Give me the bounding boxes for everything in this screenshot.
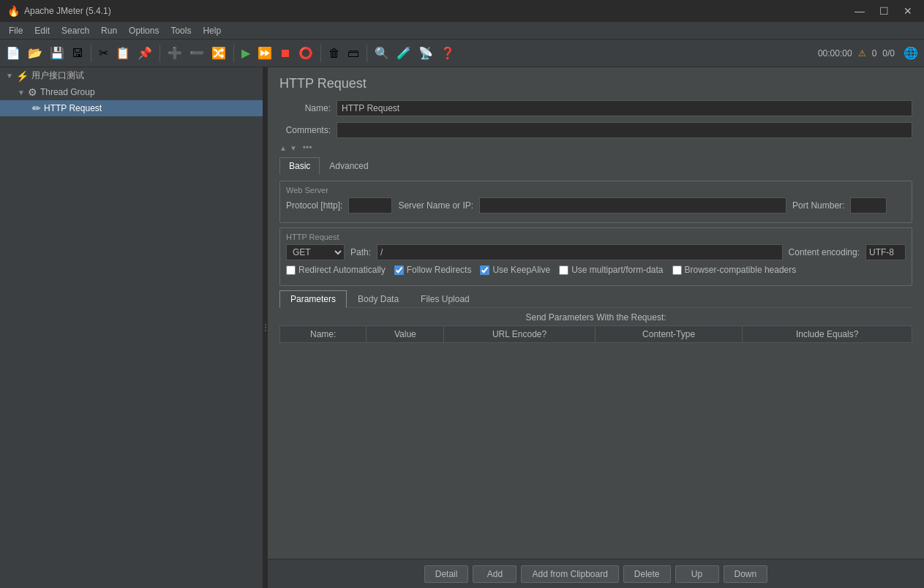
sub-tab-files-upload[interactable]: Files Upload — [410, 290, 481, 308]
tree-root[interactable]: ▼ ⚡ 用户接口测试 — [0, 67, 263, 84]
remote-start-button[interactable]: 📡 — [416, 44, 436, 62]
toolbar-sep-3 — [233, 45, 234, 62]
menu-item-file[interactable]: File — [3, 24, 29, 37]
save-all-button[interactable]: 🖫 — [69, 45, 86, 62]
col-contenttype: Content-Type — [595, 326, 742, 343]
start-no-pause-button[interactable]: ⏩ — [255, 44, 275, 62]
path-input[interactable] — [377, 244, 783, 260]
function-helper-button[interactable]: 🧪 — [394, 44, 414, 62]
use-multipart-label: Use multipart/form-data — [571, 265, 663, 275]
cut-button[interactable]: ✂ — [96, 44, 111, 62]
tree-httprequest[interactable]: ✏ HTTP Request — [0, 100, 263, 116]
toolbar: 📄 📂 💾 🖫 ✂ 📋 📌 ➕ ➖ 🔀 ▶ ⏩ ⏹ ⭕ 🗑 🗃 🔍 🧪 📡 ❓ … — [0, 39, 924, 67]
minimize-button[interactable]: — — [850, 4, 869, 18]
shutdown-button[interactable]: ⭕ — [296, 44, 316, 62]
title-controls[interactable]: — ☐ ✕ — [850, 4, 917, 18]
save-button[interactable]: 💾 — [47, 44, 67, 62]
add-button[interactable]: Add — [473, 565, 517, 583]
webserver-section: Web Server Protocol [http]: Server Name … — [279, 181, 912, 223]
divider-dots: ••• — [303, 143, 312, 153]
use-multipart-item: Use multipart/form-data — [559, 265, 663, 275]
up-button[interactable]: Up — [675, 565, 719, 583]
port-label: Port Number: — [792, 200, 844, 211]
browser-compat-item: Browser-compatible headers — [672, 265, 797, 275]
menu-item-search[interactable]: Search — [56, 24, 95, 37]
remove-node-button[interactable]: ➖ — [187, 44, 207, 62]
webserver-title: Web Server — [286, 186, 906, 195]
col-value: Value — [367, 326, 444, 343]
comments-label: Comments: — [279, 125, 331, 135]
copy-button[interactable]: 📋 — [113, 44, 133, 62]
content-encoding-input[interactable] — [865, 244, 906, 260]
comments-input[interactable] — [337, 122, 912, 138]
menu-item-tools[interactable]: Tools — [165, 24, 197, 37]
method-select[interactable]: GET POST PUT DELETE PATCH HEAD OPTIONS — [286, 244, 345, 260]
clear-all-button[interactable]: 🗃 — [345, 45, 362, 62]
use-multipart-checkbox[interactable] — [559, 265, 568, 275]
name-label: Name: — [279, 103, 331, 113]
path-label: Path: — [350, 247, 371, 257]
col-urlencode: URL Encode? — [444, 326, 596, 343]
tab-advanced[interactable]: Advanced — [320, 157, 378, 175]
warning-count: 0 — [872, 48, 877, 59]
divider-up-arrow[interactable]: ▲ — [279, 144, 287, 152]
help-button[interactable]: ❓ — [437, 44, 458, 62]
http-request-row: GET POST PUT DELETE PATCH HEAD OPTIONS P… — [286, 244, 906, 260]
menu-item-edit[interactable]: Edit — [29, 24, 56, 37]
new-button[interactable]: 📄 — [3, 44, 23, 62]
remote-icon[interactable]: 🌐 — [901, 44, 921, 62]
detail-button[interactable]: Detail — [424, 565, 469, 583]
tree-threadgroup[interactable]: ▼ ⚙ Thread Group — [0, 84, 263, 100]
redirect-auto-item: Redirect Automatically — [286, 265, 386, 275]
name-row: Name: — [268, 97, 924, 119]
menu-bar: FileEditSearchRunOptionsToolsHelp — [0, 22, 924, 39]
toolbar-sep-1 — [91, 45, 91, 62]
bottom-toolbar: Detail Add Add from Clipboard Delete Up … — [268, 559, 924, 588]
redirect-auto-checkbox[interactable] — [286, 265, 296, 275]
resize-dot-1 — [265, 324, 266, 325]
paste-button[interactable]: 📌 — [135, 44, 155, 62]
sub-tabs-bar: Parameters Body Data Files Upload — [279, 290, 912, 308]
tab-basic[interactable]: Basic — [279, 157, 320, 175]
toolbar-sep-2 — [159, 45, 160, 62]
port-input[interactable] — [850, 197, 887, 214]
sub-tab-body-data[interactable]: Body Data — [347, 290, 410, 308]
toggle-button[interactable]: 🔀 — [209, 44, 229, 62]
checkboxes-row: Redirect Automatically Follow Redirects … — [286, 265, 906, 275]
menu-item-run[interactable]: Run — [95, 24, 123, 37]
http-request-title: HTTP Request — [286, 233, 906, 241]
use-keepalive-checkbox[interactable] — [480, 265, 489, 275]
open-button[interactable]: 📂 — [25, 44, 45, 62]
delete-button[interactable]: Delete — [623, 565, 671, 583]
content-area: Web Server Protocol [http]: Server Name … — [268, 175, 924, 559]
down-button[interactable]: Down — [724, 565, 768, 583]
clear-button[interactable]: 🗑 — [326, 45, 343, 62]
divider-down-arrow[interactable]: ▼ — [290, 144, 297, 152]
params-table: Name: Value URL Encode? Content-Type Inc… — [279, 325, 912, 343]
left-panel: ▼ ⚡ 用户接口测试 ▼ ⚙ Thread Group ✏ HTTP Reque… — [0, 67, 263, 588]
follow-redirects-checkbox[interactable] — [394, 265, 404, 275]
menu-item-options[interactable]: Options — [123, 24, 165, 37]
resize-dot-3 — [265, 330, 266, 331]
browse-button[interactable]: 🔍 — [372, 44, 392, 62]
toolbar-sep-5 — [367, 45, 367, 62]
protocol-input[interactable] — [348, 197, 392, 214]
http-request-section: HTTP Request GET POST PUT DELETE PATCH H… — [279, 227, 912, 286]
stop-button[interactable]: ⏹ — [277, 45, 294, 62]
title-text: Apache JMeter (5.4.1) — [24, 6, 111, 16]
sub-tab-parameters[interactable]: Parameters — [279, 290, 347, 308]
maximize-button[interactable]: ☐ — [875, 4, 893, 18]
webserver-row: Protocol [http]: Server Name or IP: Port… — [286, 197, 906, 214]
tree-threadgroup-icon: ⚙ — [28, 86, 37, 98]
title-left: 🔥 Apache JMeter (5.4.1) — [7, 5, 111, 17]
close-button[interactable]: ✕ — [899, 4, 917, 18]
add-from-clipboard-button[interactable]: Add from Clipboard — [521, 565, 618, 583]
browser-compat-checkbox[interactable] — [672, 265, 682, 275]
start-button[interactable]: ▶ — [238, 44, 253, 62]
error-count: 0/0 — [882, 48, 895, 59]
server-input[interactable] — [479, 197, 786, 214]
name-input[interactable] — [337, 100, 912, 116]
add-node-button[interactable]: ➕ — [165, 44, 185, 62]
menu-item-help[interactable]: Help — [197, 24, 227, 37]
protocol-label: Protocol [http]: — [286, 200, 342, 211]
